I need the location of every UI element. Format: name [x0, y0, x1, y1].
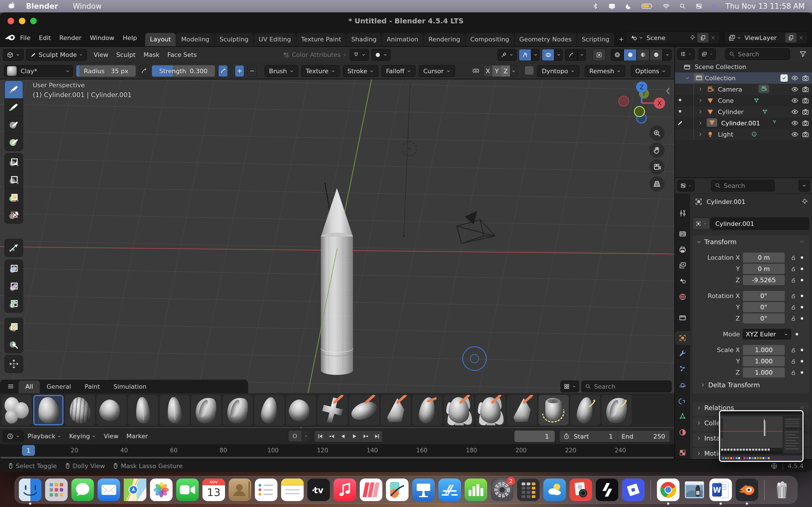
outliner-filter-type-button[interactable] [698, 48, 716, 60]
zoom-in-button[interactable] [649, 126, 665, 141]
dock-app-window-preview[interactable] [683, 478, 706, 501]
properties-tab-particles[interactable] [675, 362, 690, 376]
tool-edit-face-set[interactable] [5, 318, 23, 335]
dock-app-google-chrome[interactable] [657, 478, 679, 501]
asset-shelf-tab-general[interactable]: General [40, 381, 78, 393]
lock-icon[interactable] [790, 370, 796, 376]
lock-icon[interactable] [790, 293, 796, 299]
current-frame-field[interactable]: 1 [514, 431, 555, 442]
expand-arrow[interactable] [698, 109, 703, 115]
brush-thumbnail-6[interactable] [191, 395, 221, 425]
dock-app-microsoft-word[interactable]: W [709, 478, 732, 501]
brush-thumbnail-16[interactable] [507, 395, 537, 425]
outliner-row-collection[interactable]: Collection [675, 72, 812, 83]
value-field[interactable]: 0° [743, 313, 785, 324]
properties-tab-object[interactable] [675, 331, 690, 345]
jump-to-start-button[interactable] [315, 431, 326, 442]
radius-slider[interactable]: Radius35 px [76, 65, 136, 77]
brush-thumbnail-4[interactable] [128, 395, 158, 425]
dyntopo-checkbox[interactable] [525, 66, 534, 76]
strength-pressure-toggle[interactable] [218, 65, 228, 77]
workspace-tab-uv-editing[interactable]: UV Editing [254, 33, 296, 46]
disable-in-renders-toggle[interactable] [802, 86, 809, 93]
topbar-menu-help[interactable]: Help [119, 29, 141, 46]
workspace-tab-sculpting[interactable]: Sculpting [215, 33, 253, 46]
animate-dot[interactable] [801, 306, 803, 308]
brush-thumbnail-3[interactable] [96, 395, 126, 425]
end-value[interactable]: 250 [653, 433, 665, 440]
ortho-toggle-button[interactable] [649, 176, 665, 191]
auto-keying-toggle[interactable] [288, 430, 311, 442]
strength-slider[interactable]: Strength0.300 [152, 65, 215, 77]
control-center-icon[interactable] [696, 3, 702, 10]
workspace-tab-compositing[interactable]: Compositing [465, 33, 514, 46]
dock-app-mail[interactable] [98, 478, 120, 501]
asset-shelf-tab-simulation[interactable]: Simulation [107, 381, 153, 393]
brush-thumbnail-7[interactable] [223, 395, 253, 425]
header-menu-sculpt[interactable]: Sculpt [112, 51, 140, 58]
value-field[interactable]: -9.5265 [743, 275, 785, 285]
brush-thumbnail-17[interactable] [539, 395, 569, 425]
hide-in-viewport-toggle[interactable] [791, 108, 799, 115]
properties-search-input[interactable]: Search [711, 180, 775, 191]
screenshot-preview-window[interactable] [719, 410, 804, 462]
focus-moon-icon[interactable] [625, 3, 632, 10]
annotation-toggle[interactable] [565, 49, 577, 61]
dock-app-launchpad[interactable] [45, 478, 68, 501]
hide-in-viewport-toggle[interactable] [791, 97, 799, 104]
shading-dropdown[interactable] [663, 49, 672, 61]
jump-to-end-button[interactable] [371, 431, 382, 442]
lock-icon[interactable] [790, 316, 796, 322]
new-viewlayer-button[interactable] [785, 33, 797, 43]
dock-app-app-store[interactable] [439, 478, 461, 501]
mirror-x-toggle[interactable]: X [484, 65, 493, 76]
properties-tab-modifiers[interactable] [675, 346, 690, 360]
dock-app-calendar[interactable]: NOV13 [202, 478, 225, 501]
workspace-tab-texture-paint[interactable]: Texture Paint [296, 33, 346, 46]
tool-box-trim[interactable] [5, 206, 23, 223]
workspace-tab-shading[interactable]: Shading [347, 33, 381, 46]
brush-selector[interactable]: Clay* [4, 65, 73, 77]
menubar-app-name[interactable]: Blender [26, 2, 58, 10]
tool-color-filter[interactable] [5, 295, 23, 313]
outliner-row-cylinder[interactable]: Cylinder [675, 106, 812, 117]
workspace-tab-layout[interactable]: Layout [145, 33, 176, 46]
xray-toggle[interactable] [593, 49, 606, 61]
timeline-ruler[interactable]: 204060801001201401601802002202401 [0, 445, 674, 456]
new-scene-button[interactable] [697, 33, 709, 43]
shading-solid-button[interactable] [624, 49, 637, 61]
brush-thumbnail-5[interactable] [160, 395, 190, 425]
topbar-menu-edit[interactable]: Edit [35, 29, 55, 46]
camera-view-button[interactable] [649, 159, 665, 175]
dock-app-tv[interactable]: tv [307, 478, 330, 501]
properties-options-button[interactable] [799, 180, 810, 191]
current-frame-indicator[interactable]: 1 [22, 445, 35, 456]
properties-tab-constraints[interactable] [675, 394, 690, 408]
shading-material-preview-button[interactable] [637, 49, 650, 61]
hide-in-viewport-toggle[interactable] [791, 74, 799, 82]
outliner-row-camera[interactable]: Camera [675, 83, 812, 95]
play-reverse-button[interactable] [337, 431, 349, 442]
shading-sphere-dropdown[interactable] [371, 49, 391, 61]
asset-shelf-tab-all[interactable]: All [18, 381, 40, 393]
hide-in-viewport-toggle[interactable] [791, 119, 799, 127]
frame-range-fields[interactable]: Start1End250 [559, 431, 670, 442]
brush-thumbnail-13[interactable] [412, 395, 442, 425]
hide-in-viewport-toggle[interactable] [791, 131, 799, 138]
outliner-filter-icon[interactable] [799, 50, 807, 57]
brush-menu-falloff[interactable]: Falloff [382, 65, 416, 77]
outliner-row-light[interactable]: Light [675, 129, 812, 140]
viewlayer-name[interactable]: ViewLayer [743, 34, 785, 41]
lock-icon[interactable] [790, 358, 796, 364]
dock-app-weather[interactable] [543, 478, 566, 501]
properties-tab-world[interactable] [675, 290, 690, 304]
properties-tab-texture[interactable] [675, 446, 690, 459]
window-title-bar[interactable]: * Untitled - Blender 4.5.4 LTS [0, 12, 812, 29]
properties-tab-output[interactable] [675, 243, 690, 257]
timeline-scrollbar[interactable] [0, 456, 674, 459]
jump-to-next-keyframe-button[interactable] [360, 431, 371, 442]
expand-arrow[interactable] [698, 131, 703, 137]
dock-app-roblox[interactable] [622, 478, 645, 501]
brush-thumbnail-2[interactable] [65, 395, 95, 425]
dock-app-system-settings[interactable]: 2 [491, 478, 513, 501]
